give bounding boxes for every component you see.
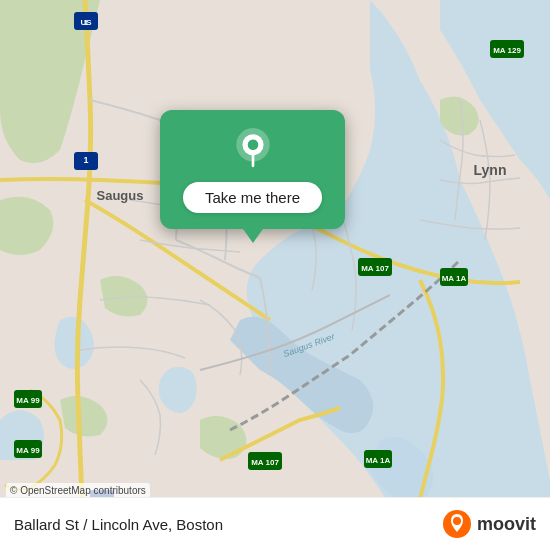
svg-point-29: [453, 517, 461, 525]
take-me-there-button[interactable]: Take me there: [183, 182, 322, 213]
svg-text:1: 1: [84, 18, 89, 27]
svg-text:MA 107: MA 107: [361, 264, 389, 273]
map-background: US 1 1 MA 99 MA 99 1 MA 107 MA 1A MA 107…: [0, 0, 550, 550]
map-container: US 1 1 MA 99 MA 99 1 MA 107 MA 1A MA 107…: [0, 0, 550, 550]
location-pin-icon: [231, 128, 275, 172]
popup-card: Take me there: [160, 110, 345, 229]
svg-text:MA 107: MA 107: [251, 458, 279, 467]
svg-text:Lynn: Lynn: [474, 162, 507, 178]
svg-text:MA 1A: MA 1A: [366, 456, 391, 465]
svg-text:MA 99: MA 99: [16, 446, 40, 455]
svg-text:Saugus: Saugus: [97, 188, 144, 203]
bottom-bar: Ballard St / Lincoln Ave, Boston moovit: [0, 497, 550, 550]
moovit-pin-icon: [441, 508, 473, 540]
svg-text:MA 99: MA 99: [16, 396, 40, 405]
svg-text:MA 129: MA 129: [493, 46, 521, 55]
location-label: Ballard St / Lincoln Ave, Boston: [14, 516, 223, 533]
moovit-logo-text: moovit: [477, 514, 536, 535]
svg-text:MA 1A: MA 1A: [442, 274, 467, 283]
osm-attribution: © OpenStreetMap contributors: [6, 483, 150, 498]
moovit-logo: moovit: [441, 508, 536, 540]
svg-text:1: 1: [83, 155, 88, 165]
svg-point-27: [247, 139, 258, 150]
